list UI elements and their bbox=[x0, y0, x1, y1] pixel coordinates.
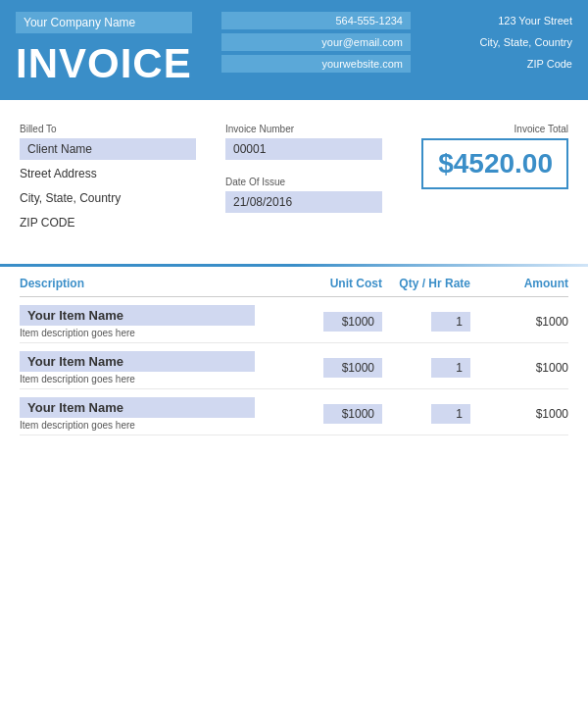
row-3-amount: $1000 bbox=[470, 407, 568, 421]
col-header-description: Description bbox=[20, 277, 294, 290]
website-row: yourwebsite.com bbox=[221, 55, 411, 73]
table-header-row: Description Unit Cost Qty / Hr Rate Amou… bbox=[20, 267, 568, 297]
invoice-total-value: $4520.00 bbox=[421, 138, 568, 189]
row-2-unit-cost: $1000 bbox=[294, 358, 382, 378]
row-1-qty: 1 bbox=[382, 312, 470, 332]
row-2-item-name: Your Item Name bbox=[20, 351, 255, 372]
company-name: Your Company Name bbox=[16, 12, 192, 33]
invoice-number-label: Invoice Number bbox=[225, 124, 402, 134]
row-3-item-desc: Item description goes here bbox=[20, 420, 294, 431]
row-2-item-desc: Item description goes here bbox=[20, 374, 294, 384]
row-2-qty: 1 bbox=[382, 358, 470, 378]
email-row: your@email.com bbox=[221, 33, 411, 51]
row-1-item-desc: Item description goes here bbox=[20, 328, 294, 338]
date-of-issue-label: Date Of Issue bbox=[225, 177, 402, 187]
city-row: City, State, Country bbox=[420, 33, 572, 51]
street-address-field: Street Address bbox=[20, 163, 225, 184]
billed-to-label: Billed To bbox=[20, 124, 225, 134]
invoice-total-block: Invoice Total $4520.00 bbox=[402, 124, 568, 189]
row-3-unit-cost: $1000 bbox=[294, 404, 382, 424]
header-center: 564-555-1234 your@email.com yourwebsite.… bbox=[221, 12, 411, 84]
billed-to-block: Billed To Client Name Street Address Cit… bbox=[20, 124, 225, 236]
col-header-amount: Amount bbox=[470, 277, 568, 290]
street-row: 123 Your Street bbox=[420, 12, 572, 29]
invoice-total-label: Invoice Total bbox=[402, 124, 568, 134]
row-3-qty: 1 bbox=[382, 404, 470, 424]
client-name-field: Client Name bbox=[20, 138, 196, 160]
date-of-issue-value: 21/08/2016 bbox=[225, 191, 382, 213]
invoice-title: INVOICE bbox=[16, 43, 212, 84]
row-1-amount: $1000 bbox=[470, 315, 568, 329]
row-1-description: Your Item Name Item description goes her… bbox=[20, 305, 294, 338]
row-3-description: Your Item Name Item description goes her… bbox=[20, 397, 294, 431]
city-state-field: City, State, Country bbox=[20, 187, 225, 209]
row-2-amount: $1000 bbox=[470, 361, 568, 375]
header-left: Your Company Name INVOICE bbox=[16, 12, 212, 84]
zip-code-field: ZIP CODE bbox=[20, 212, 225, 233]
col-header-unit-cost: Unit Cost bbox=[294, 277, 382, 290]
row-1-item-name: Your Item Name bbox=[20, 305, 255, 326]
table-row: Your Item Name Item description goes her… bbox=[20, 389, 568, 435]
billed-section: Billed To Client Name Street Address Cit… bbox=[0, 100, 588, 246]
table-row: Your Item Name Item description goes her… bbox=[20, 343, 568, 389]
row-2-description: Your Item Name Item description goes her… bbox=[20, 351, 294, 384]
row-3-item-name: Your Item Name bbox=[20, 397, 255, 418]
row-1-unit-cost: $1000 bbox=[294, 312, 382, 332]
table-row: Your Item Name Item description goes her… bbox=[20, 297, 568, 343]
page-header: Your Company Name INVOICE 564-555-1234 y… bbox=[0, 0, 588, 100]
invoice-info-block: Invoice Number 00001 Date Of Issue 21/08… bbox=[225, 124, 402, 216]
phone-row: 564-555-1234 bbox=[221, 12, 411, 29]
invoice-number-value: 00001 bbox=[225, 138, 382, 160]
header-right: 123 Your Street City, State, Country ZIP… bbox=[420, 12, 572, 84]
col-header-qty: Qty / Hr Rate bbox=[382, 277, 470, 290]
zip-row: ZIP Code bbox=[420, 55, 572, 73]
items-table: Description Unit Cost Qty / Hr Rate Amou… bbox=[0, 267, 588, 435]
